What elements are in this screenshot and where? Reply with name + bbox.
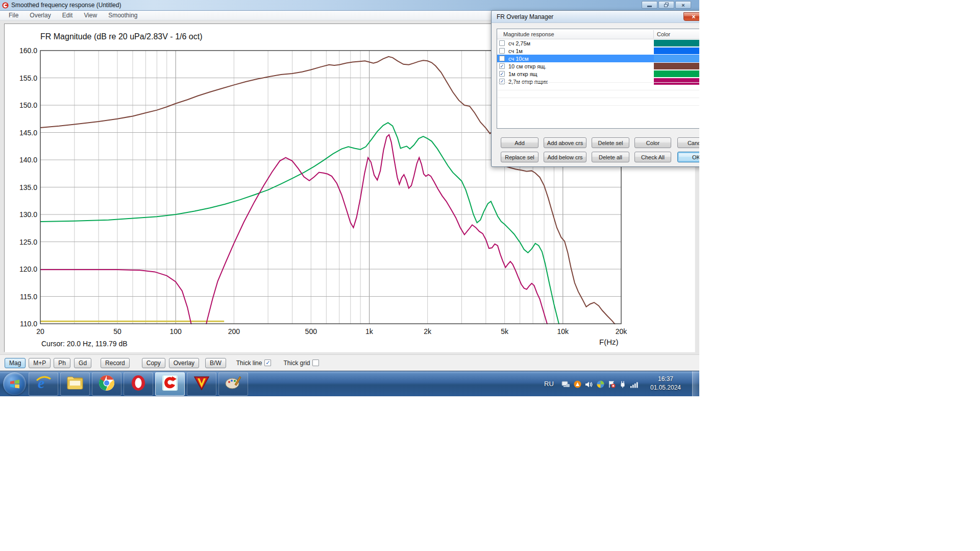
taskbar-button-arta[interactable] [155, 372, 185, 396]
empty-row-separator [498, 82, 699, 83]
toolbar-button-bw[interactable]: B/W [205, 358, 226, 368]
dialog-close-button[interactable]: × [683, 12, 699, 21]
taskbar-button-paint[interactable] [218, 372, 248, 396]
clock-time: 16:37 [642, 375, 689, 384]
close-icon: × [692, 13, 695, 20]
x-tick-5k: 5k [494, 327, 516, 336]
chrome-icon [99, 375, 115, 393]
column-header-magnitude: Magnitude response [503, 31, 554, 37]
action-center-icon[interactable] [608, 380, 616, 388]
overlay-checkbox-1[interactable] [499, 40, 505, 46]
v-app-icon [193, 375, 210, 393]
toolbar-button-copy[interactable]: Copy [142, 358, 165, 368]
caption-buttons: × [642, 1, 691, 9]
power-icon[interactable] [619, 380, 626, 388]
overlay-color-swatch[interactable] [654, 70, 699, 77]
dialog-button-replace-sel[interactable]: Replace sel [501, 152, 538, 162]
tray-icons [561, 380, 639, 388]
windows-flag-icon [9, 378, 20, 390]
overlay-checkbox-4[interactable]: ✓ [499, 63, 505, 69]
overlay-label: 10 см откр ящ. [508, 63, 546, 69]
dialog-button-ok[interactable]: OK [677, 152, 699, 162]
dialog-titlebar[interactable]: FR Overlay Manager [492, 11, 699, 23]
internet-explorer-icon: e [35, 374, 52, 394]
menu-edit[interactable]: Edit [58, 11, 78, 19]
toolbar-button-ph[interactable]: Ph [54, 358, 70, 368]
menu-smoothing[interactable]: Smoothing [104, 11, 142, 19]
y-tick-135: 135.0 [11, 183, 37, 191]
overlay-row-3[interactable]: сч 10см [497, 55, 699, 62]
close-button[interactable]: × [675, 1, 691, 9]
menu-view[interactable]: View [79, 11, 102, 19]
start-button[interactable] [3, 372, 26, 395]
dialog-button-delete-all[interactable]: Delete all [592, 152, 629, 162]
chart-title: FR Magnitude (dB re 20 uPa/2.83V - 1/6 o… [40, 32, 203, 41]
empty-row-separator [498, 90, 699, 90]
overlay-label: сч 1м [508, 48, 523, 54]
thick-grid-label: Thick grid [283, 360, 310, 367]
language-indicator[interactable]: RU [544, 380, 554, 388]
overlay-checkbox-6[interactable]: ✓ [499, 79, 505, 84]
dialog-button-add-above-crs[interactable]: Add above crs [544, 137, 586, 148]
update-icon[interactable] [597, 380, 604, 388]
volume-icon[interactable] [585, 381, 593, 388]
thick-grid-checkbox[interactable] [312, 360, 319, 366]
taskbar-button-internet-explorer[interactable]: e [29, 372, 58, 396]
toolbar-button-mag[interactable]: Mag [5, 358, 26, 368]
x-tick-500: 500 [300, 327, 322, 336]
overlay-color-swatch[interactable] [654, 47, 699, 54]
y-tick-125: 125.0 [11, 238, 37, 246]
bottom-toolbar: MagM+PPhGdRecordCopyOverlayB/WThick line… [0, 354, 699, 371]
column-header-color: Color [657, 31, 670, 37]
arta-icon [162, 375, 178, 393]
toolbar-button-overlay[interactable]: Overlay [169, 358, 199, 368]
overlay-row-2[interactable]: сч 1м [497, 47, 699, 55]
clock[interactable]: 16:37 01.05.2024 [642, 375, 689, 392]
empty-row-separator [498, 98, 699, 98]
overlay-row-6[interactable]: ✓2,7м откр ящик [497, 78, 699, 85]
menu-overlay[interactable]: Overlay [25, 11, 55, 19]
overlay-color-swatch[interactable] [654, 78, 699, 85]
dialog-button-delete-sel[interactable]: Delete sel [592, 137, 629, 148]
menu-file[interactable]: File [4, 11, 23, 19]
overlay-checkbox-5[interactable]: ✓ [499, 71, 505, 77]
minimize-button[interactable] [642, 1, 657, 9]
overlay-checkbox-3[interactable] [499, 56, 505, 61]
overlay-row-4[interactable]: ✓10 см откр ящ. [497, 62, 699, 70]
curve-3 [40, 135, 551, 324]
taskbar-button-opera[interactable] [124, 372, 153, 396]
dialog-button-check-all[interactable]: Check All [634, 152, 671, 162]
dialog-button-add-below-crs[interactable]: Add below crs [544, 152, 586, 162]
overlay-color-swatch[interactable] [654, 55, 699, 62]
overlay-checkbox-2[interactable] [499, 48, 505, 54]
app-icon [2, 2, 9, 9]
screenshot-canvas: Smoothed frequency response (Untitled) ×… [0, 0, 699, 396]
overlay-row-1[interactable]: сч 2,75м [497, 39, 699, 47]
curve-2 [40, 123, 562, 324]
window-titlebar: Smoothed frequency response (Untitled) × [0, 0, 699, 11]
dialog-button-add[interactable]: Add [501, 137, 538, 148]
y-tick-140: 140.0 [11, 156, 37, 164]
restore-button[interactable] [658, 1, 674, 9]
dialog-button-color[interactable]: Color [634, 137, 671, 148]
x-tick-20: 20 [29, 327, 52, 336]
y-tick-120: 120.0 [11, 265, 37, 273]
overlay-list: Magnitude response Color сч 2,75мсч 1мсч… [497, 29, 699, 129]
signal-icon[interactable] [630, 381, 639, 388]
antivirus-icon[interactable] [574, 380, 581, 388]
toolbar-button-gd[interactable]: Gd [74, 358, 91, 368]
toolbar-button-record[interactable]: Record [101, 358, 130, 368]
remote-display-icon[interactable] [561, 381, 570, 388]
taskbar-button-chrome[interactable] [92, 372, 121, 396]
toolbar-button-mp[interactable]: M+P [29, 358, 51, 368]
thick-line-checkbox[interactable]: ✓ [264, 360, 271, 366]
windows-explorer-icon [66, 375, 84, 393]
taskbar-button-v-app[interactable] [187, 372, 216, 396]
dialog-button-cancel[interactable]: Cancel [677, 137, 699, 148]
overlay-color-swatch[interactable] [654, 63, 699, 69]
taskbar-button-windows-explorer[interactable] [60, 372, 90, 396]
overlay-color-swatch[interactable] [654, 40, 699, 46]
overlay-row-5[interactable]: ✓1м откр ящ [497, 70, 699, 78]
y-tick-155: 155.0 [11, 74, 37, 82]
show-desktop-button[interactable] [692, 371, 699, 396]
